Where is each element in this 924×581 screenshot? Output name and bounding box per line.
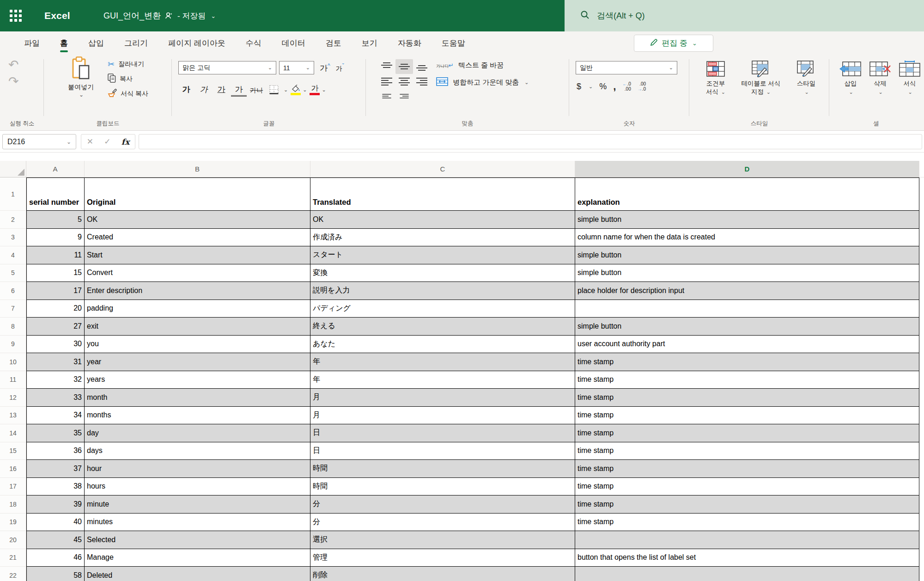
chevron-down-icon[interactable]: ⌄ [589,84,593,90]
cell-D19[interactable]: time stamp [575,514,919,532]
row-header-7[interactable]: 7 [0,300,26,318]
font-size-select[interactable]: 11 ⌄ [279,61,314,74]
cell-C10[interactable]: 年 [310,353,575,371]
name-box[interactable]: D216 ⌄ [2,134,76,149]
cell-C14[interactable]: 日 [310,424,575,442]
row-header-12[interactable]: 12 [0,389,26,407]
chevron-down-icon[interactable]: ⌄ [211,12,216,19]
align-right-button[interactable] [413,74,431,89]
column-header-B[interactable]: B [85,161,310,177]
cell-A21[interactable]: 46 [26,549,85,567]
tab-도움말[interactable]: 도움말 [432,31,475,55]
currency-format-button[interactable]: $ [577,82,581,92]
double-underline-button[interactable]: 가 [231,83,247,97]
cancel-entry-icon[interactable]: ✕ [87,137,93,147]
tab-보기[interactable]: 보기 [352,31,388,55]
italic-button[interactable]: 가 [196,81,212,97]
cell-C20[interactable]: 選択 [310,531,575,549]
row-header-17[interactable]: 17 [0,478,26,496]
percent-format-button[interactable]: % [599,82,607,92]
row-header-15[interactable]: 15 [0,442,26,460]
cell-B14[interactable]: day [85,424,310,442]
search-input[interactable]: 검색(Alt + Q) [565,0,924,31]
align-left-button[interactable] [378,74,395,89]
confirm-entry-icon[interactable]: ✓ [104,137,110,147]
cell-D15[interactable]: time stamp [575,442,919,460]
app-name[interactable]: Excel [44,10,70,21]
row-header-21[interactable]: 21 [0,549,26,567]
borders-button[interactable] [266,81,282,97]
cell-A9[interactable]: 30 [26,336,85,354]
cell-A15[interactable]: 36 [26,442,85,460]
tab-그리기[interactable]: 그리기 [114,31,158,55]
delete-cells-button[interactable]: 삭제 ⌄ [865,58,895,96]
row-header-3[interactable]: 3 [0,229,26,247]
cell-B20[interactable]: Selected [85,531,310,549]
app-launcher-icon[interactable] [0,0,31,31]
tab-파일[interactable]: 파일 [14,31,50,55]
increase-font-size-button[interactable]: 가^ [320,62,330,73]
row-header-16[interactable]: 16 [0,460,26,478]
format-painter-button[interactable]: 서식 복사 [108,88,148,99]
row-header-2[interactable]: 2 [0,211,26,229]
cell-D8[interactable]: simple button [575,318,919,336]
cut-button[interactable]: ✂ 잘라내기 [108,59,148,69]
cell-A17[interactable]: 38 [26,478,85,496]
cell-D7[interactable] [575,300,919,318]
tab-검토[interactable]: 검토 [316,31,352,55]
redo-icon[interactable]: ↷ [8,75,19,89]
cell-D1[interactable]: explanation [575,177,919,211]
tab-페이지 레이아웃[interactable]: 페이지 레이아웃 [158,31,236,55]
cell-D16[interactable]: time stamp [575,460,919,478]
cell-D6[interactable]: place holder for description input [575,282,919,300]
column-header-D[interactable]: D [575,161,919,177]
cell-A2[interactable]: 5 [26,211,85,229]
row-header-5[interactable]: 5 [0,264,26,282]
chevron-down-icon[interactable]: ⌄ [303,87,307,93]
cell-C22[interactable]: 削除 [310,567,575,581]
row-header-14[interactable]: 14 [0,424,26,442]
row-header-11[interactable]: 11 [0,371,26,389]
tab-삽입[interactable]: 삽입 [78,31,114,55]
cell-C19[interactable]: 分 [310,514,575,532]
cell-A6[interactable]: 17 [26,282,85,300]
increase-decimal-button[interactable]: .00→.0 [638,81,646,92]
copy-button[interactable]: 복사 [108,73,148,84]
cell-C3[interactable]: 作成済み [310,229,575,247]
cell-A14[interactable]: 35 [26,424,85,442]
cell-A16[interactable]: 37 [26,460,85,478]
cell-A1[interactable]: serial number [26,177,85,211]
cell-B2[interactable]: OK [85,211,310,229]
cell-C4[interactable]: スタート [310,246,575,264]
increase-indent-button[interactable] [397,90,411,102]
cell-B22[interactable]: Deleted [85,567,310,581]
tab-데이터[interactable]: 데이터 [272,31,316,55]
decrease-decimal-button[interactable]: ←.0.00 [622,81,631,92]
cell-C11[interactable]: 年 [310,371,575,389]
cell-D21[interactable]: button that opens the list of label set [575,549,919,567]
cell-C17[interactable]: 時間 [310,478,575,496]
number-format-select[interactable]: 일반 ⌄ [576,61,677,74]
cell-B9[interactable]: you [85,336,310,354]
cell-A5[interactable]: 15 [26,264,85,282]
cell-B16[interactable]: hour [85,460,310,478]
bold-button[interactable]: 가 [178,81,194,97]
cell-B11[interactable]: years [85,371,310,389]
cell-D12[interactable]: time stamp [575,389,919,407]
row-header-22[interactable]: 22 [0,567,26,581]
tab-수식[interactable]: 수식 [236,31,272,55]
tab-자동화[interactable]: 자동화 [388,31,432,55]
conditional-formatting-button[interactable]: 조건부 서식 ⌄ [693,58,738,96]
wrap-text-button[interactable]: 가나다↵ 텍스트 줄 바꿈 [436,61,529,70]
chevron-down-icon[interactable]: ⌄ [284,87,288,93]
cell-D20[interactable] [575,531,919,549]
cell-D22[interactable] [575,567,919,581]
cell-B13[interactable]: months [85,407,310,425]
cell-D9[interactable]: user account authority part [575,336,919,354]
row-header-4[interactable]: 4 [0,246,26,264]
cell-D14[interactable]: time stamp [575,424,919,442]
cell-B3[interactable]: Created [85,229,310,247]
comma-format-button[interactable]: , [613,80,616,92]
cell-C21[interactable]: 管理 [310,549,575,567]
cell-A4[interactable]: 11 [26,246,85,264]
